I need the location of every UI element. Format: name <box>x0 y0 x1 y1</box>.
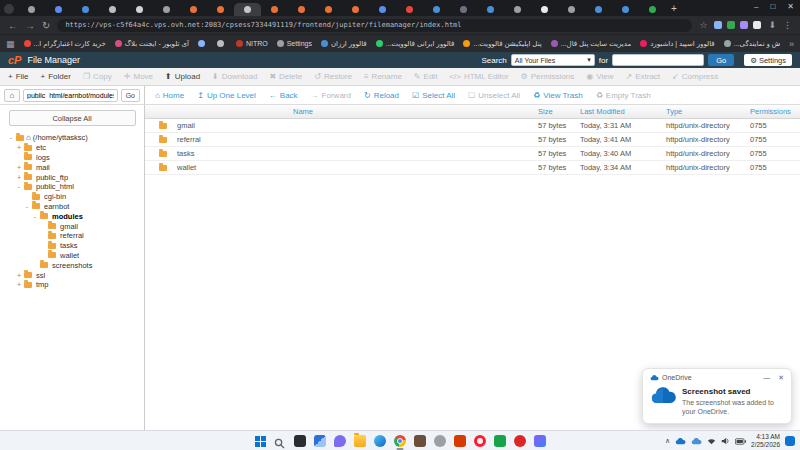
back-icon[interactable]: ← <box>8 20 18 31</box>
html-editor-button[interactable]: </> HTML Editor <box>449 72 508 81</box>
table-row[interactable]: tasks 57 bytes Today, 3:40 AM httpd/unix… <box>145 147 800 161</box>
view-button[interactable]: ◉ View <box>586 72 613 81</box>
reload-icon[interactable]: ↻ <box>42 20 50 31</box>
file-explorer-icon[interactable] <box>354 435 366 447</box>
browser-tab[interactable] <box>450 3 477 16</box>
browser-tab[interactable] <box>396 3 423 16</box>
tab-search-icon[interactable] <box>4 4 14 14</box>
bookmark-item[interactable]: خرید کارت اعتبارگرام ا... <box>24 40 106 48</box>
green-app-icon[interactable] <box>494 435 506 447</box>
move-button[interactable]: ✛ Move <box>124 72 153 81</box>
column-header-name[interactable]: Name <box>145 107 538 116</box>
tree-toggle[interactable]: + <box>16 174 22 181</box>
edge-icon[interactable] <box>374 435 386 447</box>
tree-item[interactable]: - modules <box>24 211 144 221</box>
browser-tab[interactable] <box>99 3 126 16</box>
browser-tab[interactable] <box>558 3 585 16</box>
extract-button[interactable]: ↗ Extract <box>625 72 660 81</box>
taskbar-clock[interactable]: 4:13 AM 2/25/2026 <box>751 433 780 449</box>
tree-toggle[interactable]: - <box>16 183 22 190</box>
nav-back[interactable]: ← Back <box>269 91 298 100</box>
nav-empty-trash[interactable]: ♻ Empty Trash <box>596 91 651 100</box>
red-app-icon[interactable] <box>514 435 526 447</box>
tree-item[interactable]: + public_ftp <box>8 172 144 182</box>
tree-item[interactable]: logs <box>8 153 144 163</box>
restore-button[interactable]: ↺ Restore <box>314 72 352 81</box>
tree-toggle[interactable]: + <box>16 272 22 279</box>
search-input[interactable] <box>612 54 704 66</box>
browser-tab[interactable] <box>531 3 558 16</box>
browser-tab[interactable] <box>612 3 639 16</box>
bookmark-item[interactable]: فالوور ایرانی فالوویت... <box>376 40 455 48</box>
column-header-last-modified[interactable]: Last Modified <box>580 107 666 116</box>
bookmark-item[interactable]: مدیریت سایت پنل فال... <box>551 40 631 48</box>
browser-tab[interactable] <box>585 3 612 16</box>
download-button[interactable]: ⬇ Download <box>212 72 257 81</box>
search-icon[interactable] <box>274 435 286 447</box>
tree-item[interactable]: gmail <box>32 221 144 231</box>
close-icon[interactable]: ✕ <box>778 374 784 382</box>
new-tab-button[interactable]: + <box>671 4 677 14</box>
column-header-size[interactable]: Size <box>538 107 580 116</box>
notification-minimize-icon[interactable]: — <box>763 374 770 382</box>
tree-item[interactable]: wallet <box>32 251 144 261</box>
tree-toggle[interactable]: - <box>24 203 30 210</box>
browser-tab[interactable] <box>18 3 45 16</box>
browser-tab[interactable] <box>639 3 666 16</box>
nav-unselect-all[interactable]: ☐ Unselect All <box>468 91 520 100</box>
browser-tab[interactable] <box>342 3 369 16</box>
compress-button[interactable]: ↙ Compress <box>672 72 718 81</box>
tree-item[interactable]: + tmp <box>8 280 144 290</box>
rename-button[interactable]: ≡ Rename <box>364 72 402 81</box>
column-header-type[interactable]: Type <box>666 107 750 116</box>
bookmark-item[interactable]: فالوور ارزان <box>321 40 367 48</box>
opera-icon[interactable] <box>474 435 486 447</box>
browser-tab[interactable] <box>180 3 207 16</box>
tree-toggle[interactable]: - <box>32 213 38 220</box>
browser-tab[interactable] <box>45 3 72 16</box>
bookmark-star-icon[interactable]: ☆ <box>699 20 707 30</box>
tree-toggle[interactable]: - <box>8 134 14 141</box>
nav-select-all[interactable]: ☑ Select All <box>412 91 455 100</box>
briefcase-app-icon[interactable] <box>414 435 426 447</box>
browser-tab[interactable] <box>423 3 450 16</box>
bookmark-item[interactable]: NITRO <box>236 40 268 47</box>
browser-tab[interactable] <box>126 3 153 16</box>
chrome-icon[interactable] <box>394 435 406 447</box>
path-go-button[interactable]: Go <box>121 89 140 102</box>
tree-item[interactable]: - public_html <box>8 182 144 192</box>
apps-grid-icon[interactable]: ▦ <box>6 39 15 49</box>
forward-icon[interactable]: → <box>25 20 35 31</box>
tree-item[interactable]: + mail <box>8 162 144 172</box>
notification-center-badge[interactable] <box>785 436 795 446</box>
folder-button[interactable]: + Folder <box>41 72 71 81</box>
extension-icon[interactable] <box>714 21 722 29</box>
browser-menu-icon[interactable]: ⋮ <box>783 20 792 30</box>
photos-app-icon[interactable] <box>534 435 546 447</box>
bookmark-item[interactable]: فالوور اسپید | داشبورد <box>640 40 715 48</box>
tree-item[interactable]: cgi-bin <box>16 192 144 202</box>
nav-reload[interactable]: ↻ Reload <box>364 91 399 100</box>
tree-item[interactable]: tasks <box>32 241 144 251</box>
user-app-icon[interactable] <box>434 435 446 447</box>
nav-up-one-level[interactable]: ↥ Up One Level <box>197 91 256 100</box>
table-row[interactable]: referral 57 bytes Today, 3:41 AM httpd/u… <box>145 133 800 147</box>
bookmark-item[interactable] <box>198 40 208 47</box>
browser-tab[interactable] <box>504 3 531 16</box>
browser-tab[interactable] <box>234 3 261 16</box>
browser-tab[interactable] <box>288 3 315 16</box>
table-row[interactable]: gmail 57 bytes Today, 3:31 AM httpd/unix… <box>145 119 800 133</box>
table-row[interactable]: wallet 57 bytes Today, 3:34 AM httpd/uni… <box>145 161 800 175</box>
tree-item[interactable]: referral <box>32 231 144 241</box>
tree-item[interactable]: + ssl <box>8 270 144 280</box>
widgets-icon[interactable] <box>314 435 326 447</box>
browser-tab[interactable] <box>369 3 396 16</box>
collapse-all-button[interactable]: Collapse All <box>9 110 136 126</box>
browser-tab[interactable] <box>261 3 288 16</box>
onedrive-tray-icon-2[interactable] <box>691 438 702 445</box>
tree-item[interactable]: + etc <box>8 143 144 153</box>
home-icon[interactable]: ⌂ <box>4 89 20 102</box>
search-scope-select[interactable]: All Your Files ▾ <box>511 54 595 66</box>
path-input[interactable] <box>23 89 118 102</box>
window-close-button[interactable]: ✕ <box>787 2 794 11</box>
